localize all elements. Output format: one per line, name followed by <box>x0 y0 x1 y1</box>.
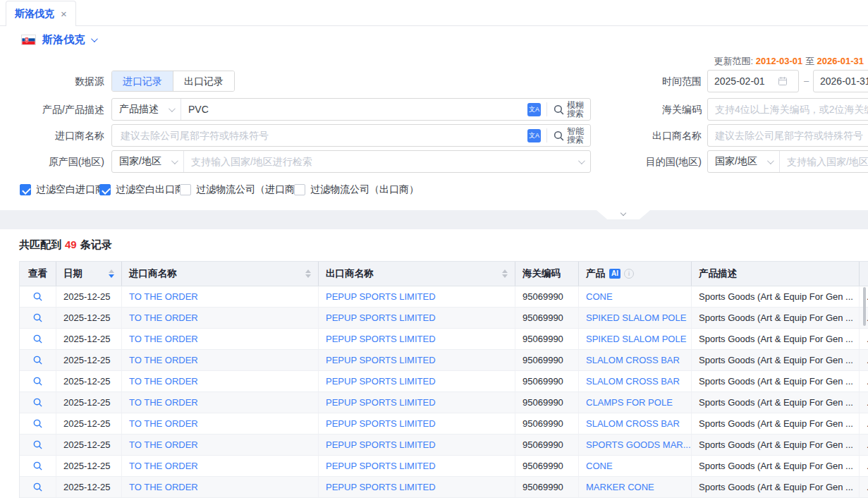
product-link[interactable]: SLALOM CROSS BAR <box>579 413 692 434</box>
product-link[interactable]: CONE <box>579 286 692 307</box>
sort-exporter[interactable] <box>496 269 508 278</box>
datasource-toggle: 进口记录 出口记录 <box>111 71 235 92</box>
table-row: 2025-12-25 TO THE ORDER PEPUP SPORTS LIM… <box>20 477 868 498</box>
tab-export-records[interactable]: 出口记录 <box>173 71 234 91</box>
update-start-date: 2012-03-01 <box>756 56 803 66</box>
exporter-link[interactable]: PEPUP SPORTS LIMITED <box>319 308 515 328</box>
checkbox-icon <box>99 184 111 195</box>
product-type-select[interactable]: 产品描述 <box>112 99 181 120</box>
cell-extra: ... <box>860 413 868 434</box>
close-icon[interactable]: × <box>61 8 67 19</box>
translate-icon[interactable]: 文A <box>527 103 541 116</box>
checkbox-filter-logistics-importer[interactable]: 过滤物流公司（进口商） <box>180 183 305 196</box>
view-record-button[interactable] <box>20 329 56 349</box>
sort-date[interactable] <box>103 269 114 278</box>
view-record-button[interactable] <box>20 392 56 413</box>
importer-input[interactable] <box>112 130 521 141</box>
exporter-link[interactable]: PEPUP SPORTS LIMITED <box>319 435 515 455</box>
importer-link[interactable]: TO THE ORDER <box>122 350 319 370</box>
view-record-button[interactable] <box>20 371 56 391</box>
info-icon[interactable]: i <box>624 269 634 279</box>
date-end-field[interactable] <box>813 70 868 92</box>
exporter-link[interactable]: PEPUP SPORTS LIMITED <box>319 329 515 349</box>
date-start-input[interactable] <box>714 75 774 87</box>
hscode-label: 海关编码 <box>599 98 702 121</box>
view-record-button[interactable] <box>20 308 56 328</box>
view-record-button[interactable] <box>20 286 56 307</box>
search-icon <box>32 439 43 450</box>
product-input[interactable] <box>181 104 521 115</box>
product-link[interactable]: SLALOM CROSS BAR <box>579 371 692 391</box>
cell-description: Sports Goods (Art & Equip For Gen ... <box>692 413 860 434</box>
checkbox-filter-blank-exporter[interactable]: 过滤空白出口商 <box>99 183 185 196</box>
col-description: 产品描述 <box>692 262 860 286</box>
cell-hscode: 95069990 <box>515 308 579 328</box>
destination-input[interactable] <box>780 156 868 167</box>
product-link[interactable]: CONE <box>579 456 692 476</box>
smart-search-button[interactable]: 智能搜索 <box>553 127 584 144</box>
product-link[interactable]: SPORTS GOODS MAR... <box>579 435 692 455</box>
sort-importer[interactable] <box>300 269 311 278</box>
view-record-button[interactable] <box>20 477 56 497</box>
view-record-button[interactable] <box>20 413 56 434</box>
date-start-field[interactable] <box>707 70 799 92</box>
checkbox-filter-blank-importer[interactable]: 过滤空白进口商 <box>20 183 105 196</box>
date-end-input[interactable] <box>820 75 868 87</box>
hscode-field[interactable] <box>707 98 868 121</box>
exporter-input[interactable] <box>715 130 868 141</box>
results-table: 查看 日期 进口商名称 出口商名称 海关编码 产品 AI i <box>19 261 868 498</box>
chevron-down-icon[interactable] <box>91 35 98 42</box>
hscode-input[interactable] <box>715 104 868 115</box>
importer-link[interactable]: TO THE ORDER <box>122 477 319 497</box>
tab-slovakia[interactable]: 斯洛伐克 × <box>6 1 76 26</box>
fuzzy-search-button[interactable]: 模糊搜索 <box>553 101 584 118</box>
update-range: 更新范围: 2012-03-01 至 2026-01-31 <box>714 55 864 68</box>
product-link[interactable]: SPIKED SLALOM POLE <box>579 308 692 328</box>
view-record-button[interactable] <box>20 456 56 476</box>
importer-link[interactable]: TO THE ORDER <box>122 286 319 307</box>
country-name[interactable]: 斯洛伐克 <box>42 33 85 47</box>
exporter-link[interactable]: PEPUP SPORTS LIMITED <box>319 456 515 476</box>
col-date: 日期 <box>56 262 122 286</box>
divider <box>546 102 547 116</box>
checkbox-filter-logistics-exporter[interactable]: 过滤物流公司（出口商） <box>294 183 419 196</box>
product-link[interactable]: MARKER CONE <box>579 477 692 497</box>
importer-link[interactable]: TO THE ORDER <box>122 329 319 349</box>
exporter-link[interactable]: PEPUP SPORTS LIMITED <box>319 477 515 497</box>
cell-description: Sports Goods (Art & Equip For Gen ... <box>692 350 860 370</box>
tab-import-records[interactable]: 进口记录 <box>112 71 173 91</box>
view-record-button[interactable] <box>20 350 56 370</box>
row-importer: 进口商名称 文A 智能搜索 出口商名称 <box>0 124 868 147</box>
translate-icon[interactable]: 文A <box>527 129 541 142</box>
origin-input[interactable] <box>184 156 575 167</box>
scrollbar-thumb[interactable] <box>863 287 866 326</box>
view-record-button[interactable] <box>20 435 56 455</box>
row-product: 产品/产品描述 产品描述 文A 模糊搜索 <box>0 98 868 121</box>
importer-link[interactable]: TO THE ORDER <box>122 371 319 391</box>
exporter-link[interactable]: PEPUP SPORTS LIMITED <box>319 286 515 307</box>
product-link[interactable]: SPIKED SLALOM POLE <box>579 329 692 349</box>
cell-date: 2025-12-25 <box>56 413 122 434</box>
product-link[interactable]: SLALOM CROSS BAR <box>579 350 692 370</box>
cell-description: Sports Goods (Art & Equip For Gen ... <box>692 435 860 455</box>
chevron-down-icon[interactable] <box>578 157 585 164</box>
importer-link[interactable]: TO THE ORDER <box>122 308 319 328</box>
destination-type-select[interactable]: 国家/地区 <box>708 151 780 172</box>
exporter-field[interactable] <box>707 124 868 147</box>
importer-link[interactable]: TO THE ORDER <box>122 456 319 476</box>
exporter-link[interactable]: PEPUP SPORTS LIMITED <box>319 392 515 413</box>
cell-extra: ... <box>860 329 868 349</box>
table-row: 2025-12-25 TO THE ORDER PEPUP SPORTS LIM… <box>20 435 868 456</box>
exporter-link[interactable]: PEPUP SPORTS LIMITED <box>319 371 515 391</box>
importer-link[interactable]: TO THE ORDER <box>122 413 319 434</box>
importer-link[interactable]: TO THE ORDER <box>122 392 319 413</box>
origin-field: 国家/地区 <box>111 150 591 173</box>
exporter-link[interactable]: PEPUP SPORTS LIMITED <box>319 413 515 434</box>
origin-type-select[interactable]: 国家/地区 <box>112 151 184 172</box>
exporter-link[interactable]: PEPUP SPORTS LIMITED <box>319 350 515 370</box>
cell-date: 2025-12-25 <box>56 392 122 413</box>
product-link[interactable]: CLAMPS FOR POLE <box>579 392 692 413</box>
table-row: 2025-12-25 TO THE ORDER PEPUP SPORTS LIM… <box>20 286 868 308</box>
cell-date: 2025-12-25 <box>56 329 122 349</box>
importer-link[interactable]: TO THE ORDER <box>122 435 319 455</box>
